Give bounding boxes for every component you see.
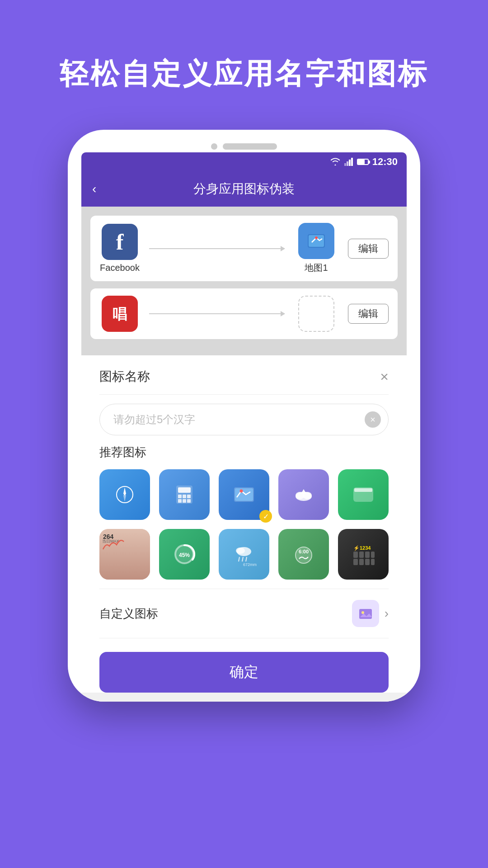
svg-text:当日MAX: 当日MAX <box>102 539 119 543</box>
confirm-button[interactable]: 确定 <box>99 652 389 693</box>
facebook-app-name: Facebook <box>100 263 140 273</box>
circle-gauge-icon: 45% <box>159 529 210 580</box>
svg-rect-44 <box>365 552 370 558</box>
list-item[interactable] <box>278 469 329 520</box>
svg-rect-15 <box>183 495 186 498</box>
list-item[interactable]: ✓ <box>219 469 269 520</box>
table-row: f Facebook 地图1 <box>90 216 398 281</box>
phone-speaker <box>223 143 277 150</box>
list-item[interactable]: 45% <box>159 529 210 580</box>
svg-rect-42 <box>353 552 358 558</box>
input-placeholder: 请勿超过5个汉字 <box>113 412 195 427</box>
empty-target-icon <box>298 296 334 332</box>
close-button[interactable]: × <box>380 369 389 384</box>
phone-camera <box>211 143 217 150</box>
signal-icon <box>344 158 353 166</box>
recommended-icons-title: 推荐图标 <box>99 444 389 460</box>
svg-rect-51 <box>359 609 372 619</box>
custom-icon-right: › <box>352 600 389 627</box>
hero-title: 轻松自定义应用名字和图标 <box>60 54 428 94</box>
battery-tip <box>369 160 370 164</box>
svg-rect-13 <box>178 487 191 493</box>
svg-point-22 <box>240 490 243 493</box>
list-item[interactable]: 264 当日MAX <box>99 529 150 580</box>
dialog-header: 图标名称 × <box>99 355 389 395</box>
svg-marker-26 <box>301 489 306 494</box>
edit-button-row2[interactable]: 编辑 <box>348 304 389 324</box>
calculator-icon <box>159 469 210 520</box>
input-area: 请勿超过5个汉字 × <box>99 395 389 444</box>
svg-rect-43 <box>359 552 364 558</box>
facebook-app-icon: f <box>102 224 138 260</box>
chart-icon: 264 当日MAX <box>99 529 150 580</box>
svg-rect-17 <box>178 499 182 503</box>
svg-rect-47 <box>359 559 364 565</box>
icon-grid: ✓ <box>99 469 389 580</box>
clear-input-button[interactable]: × <box>365 411 381 428</box>
source-app-item: f Facebook <box>99 224 140 273</box>
svg-rect-14 <box>178 495 182 498</box>
svg-rect-46 <box>353 559 358 565</box>
svg-text:45%: 45% <box>179 552 190 558</box>
list-item[interactable]: 672mm <box>219 529 269 580</box>
icon-name-input-container[interactable]: 请勿超过5个汉字 × <box>99 404 389 435</box>
table-row: 唱 编辑 <box>90 288 398 339</box>
svg-text:唱: 唱 <box>113 306 127 322</box>
dialog-title: 图标名称 <box>99 368 150 385</box>
edit-button-row1[interactable]: 编辑 <box>348 239 389 259</box>
svg-rect-3 <box>351 158 353 166</box>
svg-rect-45 <box>371 552 375 558</box>
phone-screen: 12:30 ‹ 分身应用图标伪装 f Facebook <box>81 152 407 702</box>
svg-rect-16 <box>187 495 191 498</box>
app-header-title: 分身应用图标伪装 <box>193 180 295 198</box>
target-icon-area2 <box>294 296 339 332</box>
list-item[interactable] <box>338 469 389 520</box>
compass-icon <box>99 469 150 520</box>
phone-notch <box>81 143 407 150</box>
svg-point-34 <box>236 547 245 554</box>
selected-checkmark: ✓ <box>259 510 272 523</box>
svg-rect-49 <box>371 559 375 565</box>
arrow-line2 <box>149 313 285 314</box>
source-app-item2: 唱 <box>99 296 140 332</box>
svg-rect-0 <box>344 163 346 166</box>
status-bar: 12:30 <box>81 152 407 171</box>
svg-line-35 <box>239 557 239 561</box>
status-time: 12:30 <box>372 156 398 168</box>
target-icon-area: 地图1 <box>294 223 339 274</box>
battery-icon <box>357 159 369 165</box>
battery-fill <box>358 160 365 164</box>
svg-rect-1 <box>347 161 348 166</box>
custom-icon-row[interactable]: 自定义图标 › <box>99 589 389 638</box>
list-item[interactable]: 6:00 <box>278 529 329 580</box>
status-icons: 12:30 <box>330 156 398 168</box>
back-button[interactable]: ‹ <box>92 182 96 196</box>
list-item[interactable]: ⚡1234 <box>338 529 389 580</box>
app-header: ‹ 分身应用图标伪装 <box>81 171 407 207</box>
wifi-icon <box>330 158 341 166</box>
svg-text:6:00: 6:00 <box>299 549 309 554</box>
list-item[interactable] <box>99 469 150 520</box>
green-icon <box>338 469 389 520</box>
svg-text:672mm: 672mm <box>243 562 257 567</box>
svg-rect-21 <box>235 488 253 501</box>
svg-marker-11 <box>123 494 126 502</box>
svg-rect-28 <box>354 488 372 492</box>
svg-line-37 <box>246 557 247 561</box>
svg-rect-2 <box>349 160 351 166</box>
list-item[interactable] <box>159 469 210 520</box>
svg-rect-18 <box>183 499 186 503</box>
svg-text:⚡1234: ⚡1234 <box>353 545 371 551</box>
svg-line-36 <box>242 557 243 561</box>
arrow2 <box>140 313 294 314</box>
battery-grid-icon: ⚡1234 <box>338 529 389 580</box>
phone-frame: 12:30 ‹ 分身应用图标伪装 f Facebook <box>68 130 420 702</box>
cloud-icon <box>278 469 329 520</box>
app-list-area: f Facebook 地图1 <box>81 207 407 355</box>
map-app-icon <box>298 223 334 259</box>
rain-icon: 672mm <box>219 529 269 580</box>
svg-rect-19 <box>187 499 191 503</box>
svg-point-6 <box>315 236 318 239</box>
svg-rect-48 <box>365 559 370 565</box>
bottom-dialog: 图标名称 × 请勿超过5个汉字 × 推荐图标 <box>81 355 407 693</box>
